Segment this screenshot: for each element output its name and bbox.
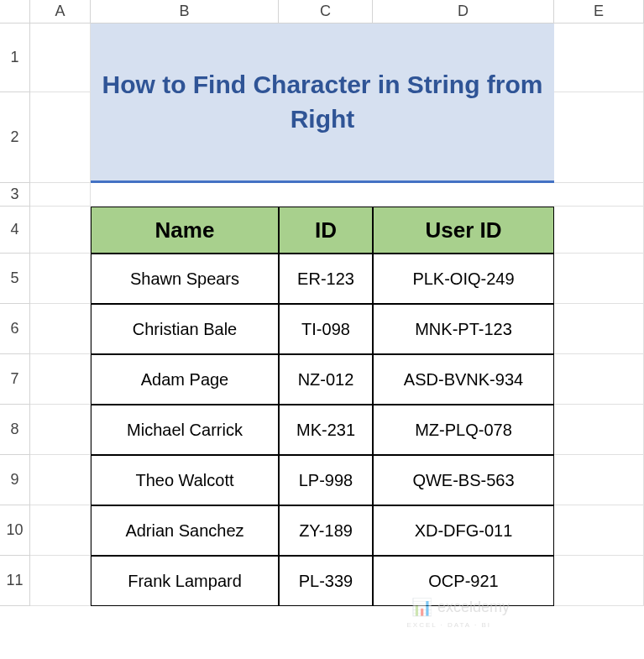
cell-a11[interactable] — [30, 556, 91, 606]
col-header-e[interactable]: E — [554, 0, 644, 24]
cell-e9[interactable] — [554, 455, 644, 505]
watermark-brand: exceldemy — [437, 599, 510, 616]
cell-c8[interactable]: MK-231 — [279, 405, 373, 455]
cell-c9[interactable]: LP-998 — [279, 455, 373, 505]
cell-d10[interactable]: XD-DFG-011 — [373, 505, 554, 556]
cell-e7[interactable] — [554, 354, 644, 405]
row-header-6[interactable]: 6 — [0, 304, 30, 354]
col-header-d[interactable]: D — [373, 0, 554, 24]
cell-e11[interactable] — [554, 556, 644, 606]
table-header-userid[interactable]: User ID — [373, 207, 554, 254]
cell-d5[interactable]: PLK-OIQ-249 — [373, 254, 554, 304]
cell-e2[interactable] — [554, 92, 644, 183]
cell-b10[interactable]: Adrian Sanchez — [91, 505, 279, 556]
row-header-9[interactable]: 9 — [0, 455, 30, 505]
row-header-5[interactable]: 5 — [0, 254, 30, 304]
cell-c7[interactable]: NZ-012 — [279, 354, 373, 405]
cell-b6[interactable]: Christian Bale — [91, 304, 279, 354]
chart-icon: 📊 — [411, 597, 432, 617]
cell-b11[interactable]: Frank Lampard — [91, 556, 279, 606]
cell-b5[interactable]: Shawn Spears — [91, 254, 279, 304]
row-header-2[interactable]: 2 — [0, 92, 30, 183]
cell-d8[interactable]: MZ-PLQ-078 — [373, 405, 554, 455]
cell-c11[interactable]: PL-339 — [279, 556, 373, 606]
cell-b8[interactable]: Michael Carrick — [91, 405, 279, 455]
cell-a2[interactable] — [30, 92, 91, 183]
col-header-a[interactable]: A — [30, 0, 91, 24]
row-header-8[interactable]: 8 — [0, 405, 30, 455]
grid-corner[interactable] — [0, 0, 30, 24]
row-header-3[interactable]: 3 — [0, 183, 30, 207]
cell-b7[interactable]: Adam Page — [91, 354, 279, 405]
col-header-c[interactable]: C — [279, 0, 373, 24]
cell-a9[interactable] — [30, 455, 91, 505]
cell-a8[interactable] — [30, 405, 91, 455]
cell-e6[interactable] — [554, 304, 644, 354]
cell-e3[interactable] — [554, 183, 644, 207]
row-header-10[interactable]: 10 — [0, 505, 30, 556]
row-header-7[interactable]: 7 — [0, 354, 30, 405]
row-header-1[interactable]: 1 — [0, 24, 30, 92]
table-header-name[interactable]: Name — [91, 207, 279, 254]
cell-c6[interactable]: TI-098 — [279, 304, 373, 354]
cell-a6[interactable] — [30, 304, 91, 354]
cell-d7[interactable]: ASD-BVNK-934 — [373, 354, 554, 405]
cell-a3[interactable] — [30, 183, 91, 207]
cell-a10[interactable] — [30, 505, 91, 556]
title-cell[interactable]: How to Find Character in String from Rig… — [91, 24, 554, 183]
cell-e1[interactable] — [554, 24, 644, 92]
cell-c10[interactable]: ZY-189 — [279, 505, 373, 556]
cell-d6[interactable]: MNK-PT-123 — [373, 304, 554, 354]
cell-a4[interactable] — [30, 207, 91, 254]
cell-a1[interactable] — [30, 24, 91, 92]
spreadsheet-grid: A B C D E 1 2 3 How to Find Character in… — [0, 0, 644, 606]
row-header-4[interactable]: 4 — [0, 207, 30, 254]
cell-b9[interactable]: Theo Walcott — [91, 455, 279, 505]
cell-e4[interactable] — [554, 207, 644, 254]
cell-d9[interactable]: QWE-BS-563 — [373, 455, 554, 505]
watermark-tagline: EXCEL · DATA · BI — [406, 621, 491, 629]
cell-a5[interactable] — [30, 254, 91, 304]
cell-e5[interactable] — [554, 254, 644, 304]
table-header-id[interactable]: ID — [279, 207, 373, 254]
cell-e10[interactable] — [554, 505, 644, 556]
watermark: 📊 exceldemy — [411, 597, 510, 617]
cell-c5[interactable]: ER-123 — [279, 254, 373, 304]
row-header-11[interactable]: 11 — [0, 556, 30, 606]
cell-a7[interactable] — [30, 354, 91, 405]
cell-e8[interactable] — [554, 405, 644, 455]
col-header-b[interactable]: B — [91, 0, 279, 24]
